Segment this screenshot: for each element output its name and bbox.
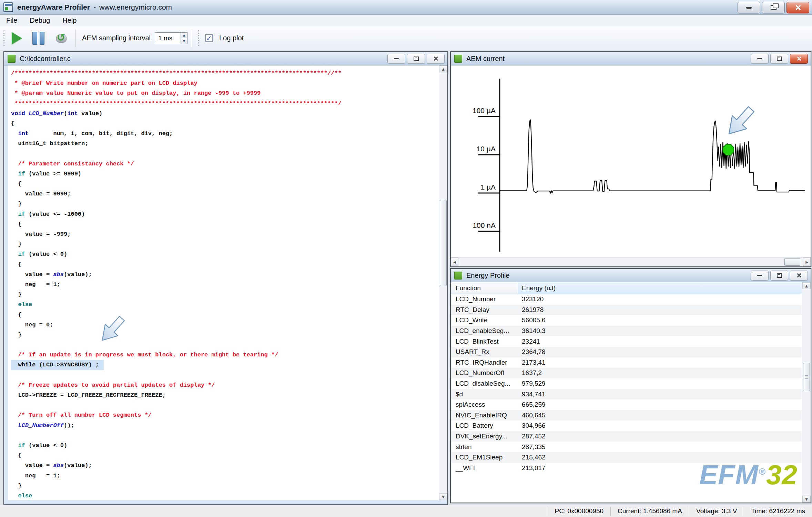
spinner-up-button[interactable]: ▲	[181, 33, 187, 38]
cell-energy: 215,462	[518, 454, 546, 461]
table-row[interactable]: LCD_disableSeg...979,529	[451, 378, 802, 389]
code-line: /* If an update is in progress we must b…	[11, 350, 438, 360]
aem-minimize-button[interactable]	[751, 54, 769, 64]
code-editor[interactable]: /***************************************…	[4, 65, 447, 504]
table-row[interactable]: NVIC_EnableIRQ460,645	[451, 410, 802, 421]
code-line: {	[11, 450, 438, 460]
scroll-down-arrow[interactable]: ▼	[802, 496, 811, 503]
code-vertical-scrollbar[interactable]: ▲ ▼	[439, 65, 447, 500]
close-icon	[796, 273, 801, 278]
code-line: neg = 1;	[11, 280, 438, 290]
menu-file[interactable]: File	[6, 17, 17, 24]
pause-button[interactable]	[32, 32, 44, 45]
cell-function: USART_Rx	[451, 348, 518, 356]
maximize-icon	[414, 57, 419, 61]
cell-function: LCD_enableSeg...	[451, 327, 518, 335]
column-header-function[interactable]: Function	[451, 282, 518, 294]
main-window-controls	[738, 2, 809, 13]
energy-vertical-scrollbar[interactable]: ▲ ▼	[802, 282, 811, 503]
cell-function: __WFI	[451, 464, 518, 472]
table-row[interactable]: USART_Rx2364,78	[451, 347, 802, 357]
table-row[interactable]: LCD_Write56005,6	[451, 315, 802, 326]
source-file-icon	[8, 55, 16, 63]
aem-window-titlebar[interactable]: AEM current	[451, 52, 811, 65]
table-row[interactable]: $d934,741	[451, 389, 802, 399]
toolbar-grip	[197, 30, 200, 47]
scroll-left-arrow[interactable]: ◀	[451, 257, 458, 266]
scrollbar-thumb[interactable]	[440, 200, 447, 286]
energy-window-title: Energy Profile	[466, 272, 510, 280]
close-button[interactable]	[786, 2, 809, 13]
energy-maximize-button[interactable]	[770, 271, 788, 281]
aem-maximize-button[interactable]	[770, 54, 788, 64]
code-line: {	[11, 310, 438, 320]
cell-function: spiAccess	[451, 401, 518, 408]
restore-icon	[771, 5, 777, 10]
scrollbar-thumb[interactable]	[803, 363, 810, 391]
aem-close-button[interactable]	[790, 54, 808, 64]
code-minimize-button[interactable]	[387, 54, 405, 64]
table-row[interactable]: LCD_enableSeg...36140,3	[451, 326, 802, 336]
table-row[interactable]: LCD_Number323120	[451, 294, 802, 305]
energy-close-button[interactable]	[790, 271, 808, 281]
code-line: value = -999;	[11, 229, 438, 239]
code-line: value = abs(value);	[11, 270, 438, 280]
main-titlebar: energyAware Profiler - www.energymicro.c…	[0, 0, 812, 15]
scroll-up-arrow[interactable]: ▲	[439, 65, 447, 72]
table-row[interactable]: spiAccess665,259	[451, 399, 802, 410]
scroll-up-arrow[interactable]: ▲	[802, 282, 811, 289]
cell-function: LCD_Battery	[451, 422, 518, 429]
scrollbar-thumb[interactable]	[784, 258, 800, 266]
code-lines: /***************************************…	[8, 68, 438, 500]
code-line: * @param value Numeric value to put on d…	[11, 88, 438, 98]
app-name: energyAware Profiler	[17, 3, 90, 11]
energy-window-titlebar[interactable]: Energy Profile	[451, 269, 811, 282]
table-row[interactable]: LCD_NumberOff1637,2	[451, 368, 802, 378]
play-button[interactable]	[12, 32, 22, 44]
svg-text:1 µA: 1 µA	[480, 183, 496, 191]
cell-energy: 23241	[518, 338, 540, 345]
cell-energy: 323120	[518, 295, 544, 303]
cell-energy: 213,017	[518, 464, 546, 472]
spinner-down-button[interactable]: ▼	[181, 38, 187, 44]
reset-button[interactable]: ↺	[55, 32, 67, 44]
table-row[interactable]: LCD_BlinkTest23241	[451, 336, 802, 347]
energy-window-icon	[454, 272, 462, 280]
minimize-button[interactable]	[738, 2, 760, 13]
code-line: else	[11, 491, 438, 501]
minimize-icon	[757, 58, 762, 59]
refresh-icon: ↺	[55, 31, 67, 43]
current-position-marker[interactable]	[723, 144, 734, 155]
code-window-titlebar[interactable]: C:\lcdcontroller.c	[4, 52, 447, 65]
menu-help[interactable]: Help	[62, 17, 77, 24]
cell-energy: 287,452	[518, 433, 546, 440]
column-header-energy[interactable]: Energy (uJ)	[518, 282, 802, 294]
table-row[interactable]: RTC_Delay261978	[451, 305, 802, 315]
table-row[interactable]: LCD_Battery304,966	[451, 420, 802, 431]
code-line	[11, 400, 438, 410]
cell-energy: 2364,78	[518, 348, 546, 356]
code-close-button[interactable]	[427, 54, 445, 64]
restore-button[interactable]	[762, 2, 785, 13]
energy-minimize-button[interactable]	[751, 271, 769, 281]
sampling-interval-value[interactable]: 1 ms	[155, 32, 181, 44]
minimize-icon	[746, 7, 752, 9]
table-row[interactable]: DVK_setEnergy...287,452	[451, 431, 802, 442]
editor-bottom-strip	[4, 500, 447, 504]
aem-plot-area[interactable]: 100 µA10 µA1 µA100 nA ◀ ▶	[451, 65, 811, 266]
scroll-down-arrow[interactable]: ▼	[439, 493, 447, 500]
scroll-right-arrow[interactable]: ▶	[803, 257, 811, 266]
code-maximize-button[interactable]	[407, 54, 425, 64]
aem-horizontal-scrollbar[interactable]: ◀ ▶	[451, 257, 811, 266]
menu-debug[interactable]: Debug	[30, 17, 50, 24]
code-line: }	[11, 239, 438, 249]
minimize-icon	[757, 275, 762, 276]
maximize-icon	[777, 273, 782, 278]
code-window: C:\lcdcontroller.c /********************…	[3, 51, 448, 505]
code-line: /* Turn off all number LCD segments */	[11, 410, 438, 420]
table-row[interactable]: strlen287,335	[451, 442, 802, 452]
code-line: if (value < 0)	[11, 249, 438, 259]
status-bar: PC: 0x00000950 Current: 1.456086 mA Volt…	[0, 505, 812, 517]
log-plot-checkbox[interactable]: ✓	[205, 34, 213, 42]
table-row[interactable]: RTC_IRQHandler2173,41	[451, 357, 802, 368]
